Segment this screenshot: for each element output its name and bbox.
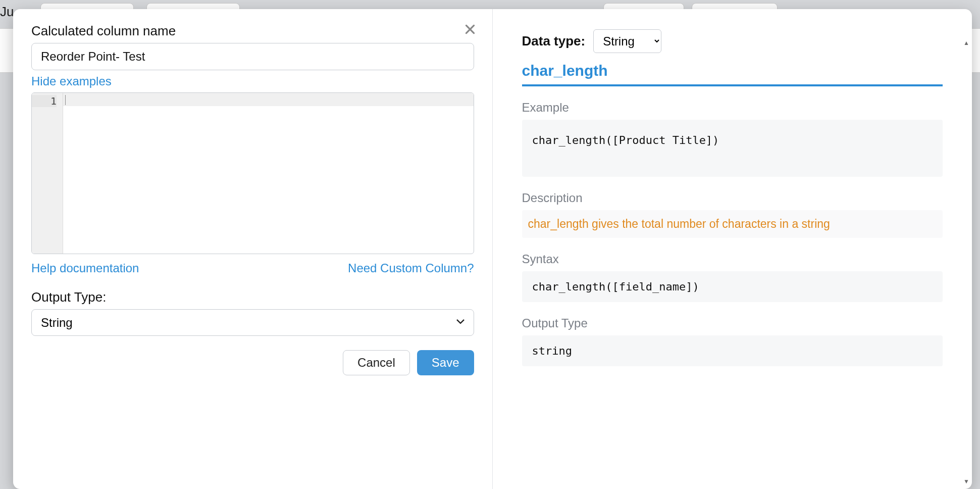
data-type-label: Data type: (522, 33, 586, 49)
line-number: 1 (32, 95, 57, 107)
editor-gutter: 1 (32, 93, 63, 254)
cancel-button[interactable]: Cancel (343, 350, 410, 375)
scrollbar[interactable]: ▲ ▼ (963, 39, 970, 485)
app-background: Ju Calculated column name Hide examples … (0, 0, 980, 489)
output-type-value-block: string (522, 335, 943, 366)
scroll-up-icon[interactable]: ▲ (963, 39, 970, 46)
close-button[interactable] (461, 20, 479, 38)
active-line (63, 93, 474, 106)
output-type-section-label: Output Type (522, 316, 943, 330)
formula-editor[interactable]: 1 (31, 92, 474, 254)
description-text: char_length gives the total number of ch… (522, 210, 943, 238)
function-name-heading: char_length (522, 62, 943, 86)
column-name-input[interactable] (31, 43, 474, 70)
hide-examples-link[interactable]: Hide examples (31, 74, 112, 88)
column-name-label: Calculated column name (31, 23, 474, 39)
description-label: Description (522, 191, 943, 205)
right-pane: Data type: String char_length Example ch… (493, 9, 972, 489)
help-documentation-link[interactable]: Help documentation (31, 261, 139, 275)
example-code-block: char_length([Product Title]) (522, 120, 943, 177)
data-type-select[interactable]: String (593, 29, 661, 53)
need-custom-column-link[interactable]: Need Custom Column? (348, 261, 474, 275)
syntax-label: Syntax (522, 252, 943, 266)
help-row: Help documentation Need Custom Column? (31, 261, 474, 275)
data-type-row: Data type: String (522, 29, 943, 53)
left-pane: Calculated column name Hide examples 1 H… (13, 9, 493, 489)
output-type-select[interactable]: String (31, 309, 474, 336)
example-label: Example (522, 101, 943, 115)
button-row: Cancel Save (31, 350, 474, 375)
scroll-down-icon[interactable]: ▼ (963, 478, 970, 485)
close-icon (463, 23, 477, 36)
output-type-select-wrap: String (31, 305, 474, 336)
calculated-column-modal: Calculated column name Hide examples 1 H… (13, 9, 972, 489)
output-type-label: Output Type: (31, 289, 474, 305)
editor-body[interactable] (63, 93, 474, 254)
bg-text-fragment: Ju (0, 4, 14, 20)
editor-caret (65, 95, 66, 105)
syntax-code-block: char_length([field_name]) (522, 271, 943, 302)
save-button[interactable]: Save (417, 350, 474, 375)
